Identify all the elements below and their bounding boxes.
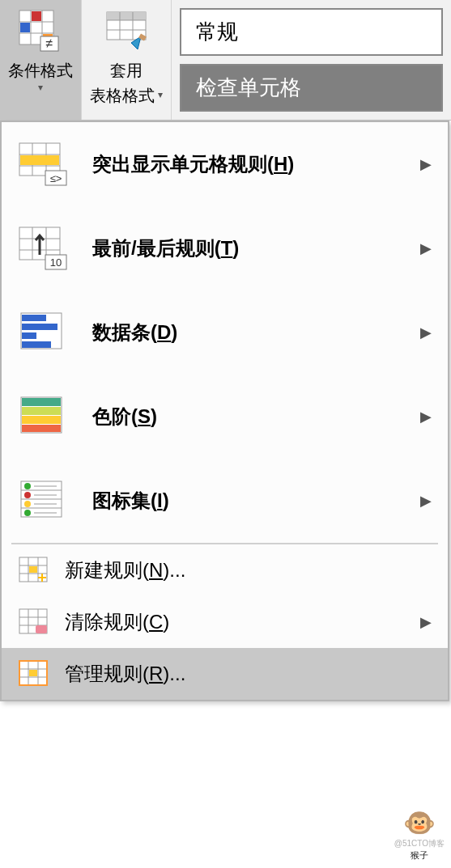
table-format-button[interactable]: 套用 表格格式 ▾: [82, 0, 172, 120]
submenu-arrow-icon: ▶: [420, 492, 432, 510]
clear-rules-icon: [18, 608, 50, 637]
color-scales-label: 色阶(S): [92, 404, 420, 430]
dropdown-arrow-icon: ▾: [158, 89, 163, 100]
svg-rect-65: [36, 625, 47, 633]
top-bottom-rules[interactable]: 10 最前/最后规则(T) ▶: [2, 206, 448, 290]
conditional-format-button[interactable]: ≠ 条件格式 ▾: [0, 0, 82, 120]
highlight-cells-icon: ≤>: [18, 142, 70, 187]
table-format-icon: [101, 6, 151, 57]
svg-rect-35: [22, 332, 36, 339]
icon-sets[interactable]: 图标集(I) ▶: [2, 459, 448, 543]
watermark-label: 猴子: [411, 849, 428, 862]
svg-rect-36: [22, 341, 51, 348]
new-rule-label: 新建规则(N)...: [65, 557, 432, 583]
style-normal[interactable]: 常规: [180, 8, 443, 56]
svg-point-48: [24, 501, 31, 507]
top-bottom-icon: 10: [18, 226, 70, 271]
manage-rules-label: 管理规则(R)...: [65, 661, 432, 687]
style-check-cell[interactable]: 检查单元格: [180, 64, 443, 112]
svg-rect-11: [107, 12, 146, 20]
conditional-format-menu: ≤> 突出显示单元格规则(H) ▶ 10 最前/最后规则(T) ▶: [0, 121, 449, 701]
svg-point-47: [24, 492, 31, 498]
submenu-arrow-icon: ▶: [420, 613, 432, 631]
svg-rect-71: [29, 670, 37, 676]
highlight-cells-label: 突出显示单元格规则(H): [92, 151, 420, 177]
svg-rect-22: [20, 155, 59, 165]
svg-rect-6: [20, 23, 30, 32]
svg-rect-5: [32, 11, 41, 21]
table-format-label2: 表格格式: [90, 85, 155, 107]
svg-text:≠: ≠: [46, 36, 53, 50]
svg-rect-39: [22, 407, 61, 415]
new-rule-icon: [18, 556, 50, 585]
conditional-format-icon: ≠: [15, 6, 66, 57]
svg-point-46: [24, 483, 31, 489]
monkey-icon: 🐵: [403, 807, 436, 838]
submenu-arrow-icon: ▶: [420, 408, 432, 426]
svg-rect-59: [29, 566, 37, 573]
table-format-label1: 套用: [110, 60, 143, 82]
manage-rules-icon: [18, 659, 50, 688]
ribbon-area: ≠ 条件格式 ▾ 套用 表格格式 ▾ 常规 检查单元格: [0, 0, 451, 121]
svg-point-49: [24, 510, 31, 516]
clear-rules[interactable]: 清除规则(C) ▶: [2, 596, 448, 648]
submenu-arrow-icon: ▶: [420, 155, 432, 173]
icon-sets-icon: [18, 478, 70, 523]
data-bars-icon: [18, 310, 70, 355]
highlight-cells-rules[interactable]: ≤> 突出显示单元格规则(H) ▶: [2, 122, 448, 206]
submenu-arrow-icon: ▶: [420, 239, 432, 257]
watermark: 🐵 @51CTO博客 猴子: [394, 807, 445, 862]
color-scales[interactable]: 色阶(S) ▶: [2, 375, 448, 459]
conditional-format-label: 条件格式: [8, 60, 73, 82]
svg-rect-41: [22, 425, 61, 432]
new-rule[interactable]: 新建规则(N)...: [2, 544, 448, 596]
data-bars-label: 数据条(D): [92, 320, 420, 345]
submenu-arrow-icon: ▶: [420, 324, 432, 341]
manage-rules[interactable]: 管理规则(R)...: [2, 648, 448, 700]
svg-text:10: 10: [50, 256, 62, 269]
cell-styles-area: 常规 检查单元格: [172, 0, 451, 120]
svg-rect-33: [22, 315, 46, 321]
icon-sets-label: 图标集(I): [92, 488, 420, 514]
svg-rect-40: [22, 416, 61, 424]
color-scales-icon: [18, 394, 70, 439]
data-bars[interactable]: 数据条(D) ▶: [2, 290, 448, 375]
clear-rules-label: 清除规则(C): [65, 609, 420, 635]
dropdown-arrow-icon: ▾: [38, 82, 43, 93]
svg-rect-38: [22, 398, 61, 406]
watermark-text: @51CTO博客: [394, 838, 445, 849]
svg-rect-34: [22, 324, 57, 330]
svg-text:≤>: ≤>: [50, 172, 62, 184]
top-bottom-label: 最前/最后规则(T): [92, 235, 420, 261]
